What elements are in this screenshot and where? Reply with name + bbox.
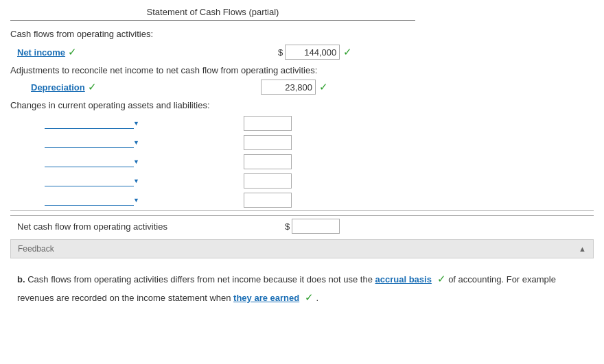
statement-title: Statement of Cash Flows (partial): [10, 7, 415, 21]
depreciation-value-group: 23,800 ✓: [261, 80, 328, 95]
dropdown-select-1[interactable]: [45, 118, 134, 129]
net-income-row: Net income ✓ $ 144,000 ✓: [10, 45, 594, 60]
adjustments-label: Adjustments to reconcile net income to n…: [10, 65, 594, 75]
depreciation-link[interactable]: Depreciation: [31, 82, 85, 93]
dollar-sign-2: $: [285, 221, 290, 232]
net-income-value: 144,000: [285, 45, 340, 60]
changes-label: Changes in current operating assets and …: [10, 100, 594, 110]
dropdown-select-5[interactable]: [45, 195, 134, 206]
input-field-2[interactable]: [244, 135, 292, 150]
dropdown-select-4[interactable]: [45, 175, 134, 186]
dollar-sign-1: $: [278, 47, 283, 58]
depreciation-value-check-icon: ✓: [319, 81, 328, 93]
earned-check-icon: ✓: [305, 291, 314, 303]
feedback-bar: Feedback ▲: [10, 239, 594, 258]
net-income-value-group: $ 144,000 ✓: [278, 45, 352, 60]
net-income-check-icon: ✓: [68, 46, 77, 58]
input-field-4[interactable]: [244, 173, 292, 189]
they-earned-link[interactable]: they are earned: [233, 293, 299, 303]
part-b-bold: b.: [17, 274, 25, 284]
depreciation-value: 23,800: [261, 80, 316, 95]
net-cash-input[interactable]: [292, 219, 340, 234]
accrual-basis-link[interactable]: accrual basis: [375, 274, 432, 284]
net-income-link[interactable]: Net income: [17, 47, 65, 58]
dropdown-select-2[interactable]: [45, 137, 134, 148]
dropdown-row-1: [10, 116, 594, 131]
dropdown-row-5: [10, 193, 594, 211]
part-b-suffix: .: [316, 293, 318, 303]
operating-activities-label: Cash flows from operating activities:: [10, 29, 594, 39]
input-field-5[interactable]: [244, 193, 292, 208]
net-income-value-check-icon: ✓: [343, 46, 352, 58]
dropdown-row-4: [10, 173, 594, 189]
net-cash-label: Net cash flow from operating activities: [17, 221, 285, 232]
part-b-section: b. Cash flows from operating activities …: [10, 269, 594, 306]
dropdown-row-3: [10, 154, 594, 169]
dropdown-row-2: [10, 135, 594, 150]
part-b-prefix: Cash flows from operating activities dif…: [27, 274, 373, 284]
depreciation-row: Depreciation ✓ 23,800 ✓: [10, 80, 594, 95]
feedback-arrow-icon[interactable]: ▲: [579, 245, 586, 253]
dropdown-select-3[interactable]: [45, 156, 134, 167]
feedback-label: Feedback: [18, 244, 54, 254]
input-field-3[interactable]: [244, 154, 292, 169]
net-cash-row: Net cash flow from operating activities …: [10, 215, 594, 234]
input-field-1[interactable]: [244, 116, 292, 131]
depreciation-check-icon: ✓: [88, 81, 97, 93]
accrual-check-icon: ✓: [437, 273, 446, 284]
